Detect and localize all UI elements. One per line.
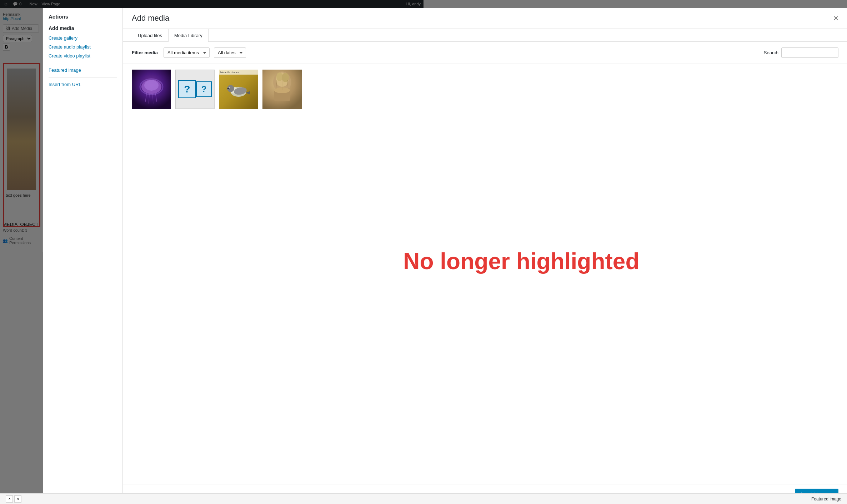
actions-divider-1 xyxy=(49,63,117,63)
svg-point-2 xyxy=(144,80,159,91)
modal-tabs: Upload files Media Library xyxy=(123,29,424,42)
actions-panel: Actions Add media Create gallery Create … xyxy=(43,8,123,252)
add-media-modal: Add media × Upload files Media Library F… xyxy=(123,8,424,252)
modal-title: Add media xyxy=(132,14,169,23)
media-item-2[interactable]: ? xyxy=(175,70,215,109)
media-thumb-3-svg: Motacilla cinerea xyxy=(219,70,258,109)
svg-point-23 xyxy=(282,73,289,82)
tab-media-library[interactable]: Media Library xyxy=(168,29,209,42)
create-audio-playlist-link[interactable]: Create audio playlist xyxy=(49,44,117,50)
filter-bar: Filter media All media items All dates S… xyxy=(123,42,424,64)
actions-title: Actions xyxy=(49,14,117,20)
featured-image-link[interactable]: Featured image xyxy=(49,67,117,73)
tab-upload-files[interactable]: Upload files xyxy=(132,29,168,42)
svg-text:Motacilla cinerea: Motacilla cinerea xyxy=(220,71,239,74)
media-item-3[interactable]: Motacilla cinerea xyxy=(219,70,258,109)
media-grid: ? xyxy=(123,64,424,252)
modal-body: Filter media All media items All dates S… xyxy=(123,42,424,252)
media-thumb-1-svg xyxy=(132,70,171,109)
date-select[interactable]: All dates xyxy=(214,47,246,58)
media-type-select[interactable]: All media items xyxy=(164,47,210,58)
filter-label: Filter media xyxy=(132,50,158,55)
actions-divider-2 xyxy=(49,77,117,77)
media-thumb-4-svg xyxy=(262,70,302,109)
actions-section-add-media: Add media xyxy=(49,25,117,31)
create-video-playlist-link[interactable]: Create video playlist xyxy=(49,53,117,59)
unknown-media-icon: ? xyxy=(178,80,196,98)
insert-from-url-link[interactable]: Insert from URL xyxy=(49,82,117,87)
media-item-4[interactable] xyxy=(262,70,302,109)
media-item-1[interactable] xyxy=(132,70,171,109)
svg-point-14 xyxy=(229,88,230,89)
create-gallery-link[interactable]: Create gallery xyxy=(49,35,117,41)
modal-header: Add media × xyxy=(123,8,424,29)
